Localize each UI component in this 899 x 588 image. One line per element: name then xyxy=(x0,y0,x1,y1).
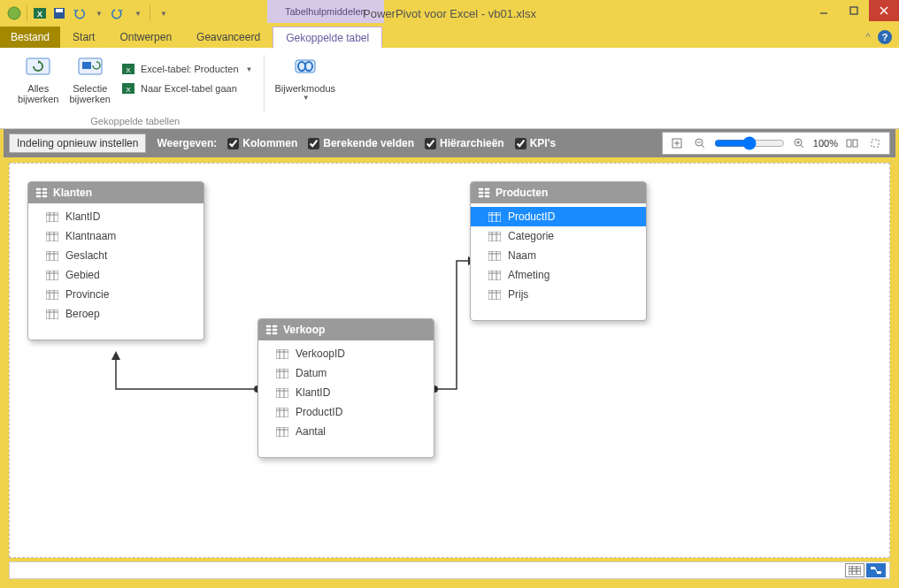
help-icon[interactable]: ? xyxy=(878,30,892,44)
checkbox-hierarchieen[interactable]: Hiërarchieën xyxy=(425,137,504,149)
window-title: PowerPivot voor Excel - vb01.xlsx xyxy=(363,7,536,20)
zoom-in-icon[interactable] xyxy=(790,134,808,152)
svg-rect-85 xyxy=(276,427,288,437)
svg-point-0 xyxy=(8,7,20,19)
svg-marker-34 xyxy=(111,351,120,360)
field-verkoop-verkoopid[interactable]: VerkoopID xyxy=(258,344,434,363)
tab-geavanceerd[interactable]: Geavanceerd xyxy=(184,27,273,48)
tab-ontwerpen[interactable]: Ontwerpen xyxy=(107,27,184,48)
svg-line-120 xyxy=(875,568,877,572)
column-icon xyxy=(46,212,58,222)
svg-rect-53 xyxy=(46,271,58,280)
diagram-canvas[interactable]: Klanten KlantIDKlantnaamGeslachtGebiedPr… xyxy=(9,163,890,558)
ribbon-group-label: Gekoppelde tabellen xyxy=(7,116,264,126)
goto-excel-icon: X xyxy=(121,81,135,95)
field-klanten-provincie[interactable]: Provincie xyxy=(28,285,204,304)
field-verkoop-datum[interactable]: Datum xyxy=(258,363,434,383)
svg-line-27 xyxy=(801,145,803,148)
svg-rect-32 xyxy=(872,140,879,147)
entity-klanten[interactable]: Klanten KlantIDKlantnaamGeslachtGebiedPr… xyxy=(27,181,204,340)
excel-table-icon: X xyxy=(121,62,135,76)
checkbox-kpis[interactable]: KPI's xyxy=(515,137,557,149)
naar-excel-tabel-button[interactable]: X Naar Excel-tabel gaan xyxy=(118,80,257,97)
redo-icon[interactable] xyxy=(109,4,127,22)
field-klanten-geslacht[interactable]: Geslacht xyxy=(28,246,204,265)
field-verkoop-klantid[interactable]: KlantID xyxy=(258,383,434,402)
diagram-view-button[interactable] xyxy=(866,563,886,577)
entity-body-verkoop: VerkoopIDDatumKlantIDProductIDAantal xyxy=(258,340,434,457)
svg-rect-73 xyxy=(276,369,288,378)
svg-rect-69 xyxy=(276,349,288,359)
svg-rect-105 xyxy=(488,271,501,280)
zoom-out-icon[interactable] xyxy=(691,134,709,152)
save-icon[interactable] xyxy=(50,4,68,22)
app-icon[interactable] xyxy=(5,4,23,22)
column-icon xyxy=(276,349,288,359)
entity-verkoop[interactable]: Verkoop VerkoopIDDatumKlantIDProductIDAa… xyxy=(257,318,434,458)
undo-icon[interactable] xyxy=(70,4,88,22)
column-icon xyxy=(488,212,501,222)
reset-layout-button[interactable]: Indeling opnieuw instellen xyxy=(9,134,146,153)
svg-rect-6 xyxy=(850,7,857,14)
field-producten-prijs[interactable]: Prijs xyxy=(471,285,646,304)
maximize-button[interactable] xyxy=(839,0,869,21)
excel-icon[interactable]: X xyxy=(31,4,49,22)
field-klanten-klantnaam[interactable]: Klantnaam xyxy=(28,226,204,246)
refresh-all-icon xyxy=(24,53,52,81)
svg-rect-4 xyxy=(56,9,63,12)
column-icon xyxy=(46,290,58,300)
column-icon xyxy=(46,232,58,241)
svg-rect-81 xyxy=(276,408,288,417)
field-producten-afmeting[interactable]: Afmeting xyxy=(471,265,646,285)
entity-producten[interactable]: Producten ProductIDCategorieNaamAfmeting… xyxy=(470,181,647,321)
field-klanten-klantid[interactable]: KlantID xyxy=(28,207,204,226)
field-producten-naam[interactable]: Naam xyxy=(471,246,646,265)
alles-bijwerken-button[interactable]: Alles bijwerken xyxy=(14,51,62,106)
svg-rect-113 xyxy=(849,566,861,575)
column-icon xyxy=(488,251,501,261)
field-klanten-beroep[interactable]: Beroep xyxy=(28,304,204,324)
minimize-button[interactable] xyxy=(809,0,839,21)
field-producten-productid[interactable]: ProductID xyxy=(471,207,646,226)
fit-to-screen-icon[interactable] xyxy=(668,134,686,152)
column-icon xyxy=(276,388,288,398)
qat-customize-icon[interactable]: ▼ xyxy=(154,4,172,22)
column-icon xyxy=(276,427,288,437)
data-view-button[interactable] xyxy=(845,563,864,577)
checkbox-berekende-velden[interactable]: Berekende velden xyxy=(308,137,414,149)
selectie-bijwerken-button[interactable]: Selectie bijwerken xyxy=(65,51,113,106)
zoom-slider[interactable] xyxy=(714,136,785,150)
field-producten-categorie[interactable]: Categorie xyxy=(471,226,646,246)
field-verkoop-productid[interactable]: ProductID xyxy=(258,402,434,422)
undo-dropdown-icon[interactable]: ▼ xyxy=(89,4,107,22)
drag-zoom-icon[interactable] xyxy=(866,134,884,152)
svg-rect-41 xyxy=(46,212,58,222)
redo-dropdown-icon[interactable]: ▼ xyxy=(128,4,146,22)
collapse-ribbon-icon[interactable]: ^ xyxy=(865,31,871,43)
tab-start[interactable]: Start xyxy=(60,27,107,48)
excel-tabel-dropdown[interactable]: X Excel-tabel: Producten ▼ xyxy=(118,60,257,78)
column-icon xyxy=(488,271,501,280)
field-klanten-gebied[interactable]: Gebied xyxy=(28,265,204,285)
svg-rect-77 xyxy=(276,388,288,398)
update-mode-icon xyxy=(291,53,319,81)
table-icon xyxy=(265,325,278,335)
column-icon xyxy=(488,290,501,300)
column-icon xyxy=(488,232,501,241)
svg-rect-49 xyxy=(46,251,58,261)
tab-gekoppelde-tabel[interactable]: Gekoppelde tabel xyxy=(273,27,382,48)
bijwerkmodus-button[interactable]: Bijwerkmodus ▼ xyxy=(272,51,339,103)
refresh-selection-icon xyxy=(76,53,104,81)
column-icon xyxy=(46,271,58,280)
close-button[interactable] xyxy=(869,0,899,21)
svg-rect-93 xyxy=(488,212,501,222)
entity-header-producten[interactable]: Producten xyxy=(471,182,646,203)
checkbox-kolommen[interactable]: Kolommen xyxy=(227,137,297,149)
weergeven-label: Weergeven: xyxy=(157,137,217,149)
field-verkoop-aantal[interactable]: Aantal xyxy=(258,422,434,441)
file-tab[interactable]: Bestand xyxy=(0,27,60,48)
column-icon xyxy=(276,408,288,417)
entity-header-verkoop[interactable]: Verkoop xyxy=(258,319,434,340)
zoom-actual-icon[interactable] xyxy=(843,134,861,152)
entity-header-klanten[interactable]: Klanten xyxy=(28,182,204,203)
